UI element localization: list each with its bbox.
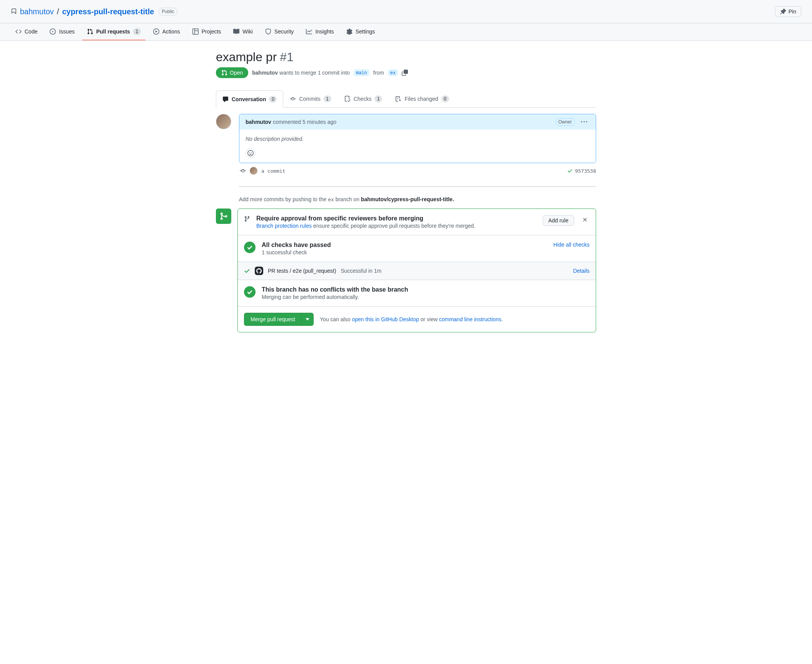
merge-pull-request-button[interactable]: Merge pull request bbox=[244, 313, 302, 326]
protection-title: Require approval from specific reviewers… bbox=[256, 215, 536, 222]
wiki-icon bbox=[233, 28, 239, 35]
nav-pull-requests[interactable]: Pull requests 1 bbox=[82, 23, 145, 40]
repo-path: bahmutov / cypress-pull-request-title Pu… bbox=[11, 7, 177, 16]
pr-author[interactable]: bahmutov bbox=[252, 70, 278, 76]
nav-actions[interactable]: Actions bbox=[149, 24, 185, 40]
comment-body: No description provided. bbox=[239, 130, 596, 148]
nav-settings[interactable]: Settings bbox=[342, 24, 380, 40]
merge-box: Require approval from specific reviewers… bbox=[237, 209, 596, 332]
commit-sha[interactable]: 9573538 bbox=[575, 168, 596, 174]
cli-instructions-link[interactable]: command line instructions bbox=[439, 316, 501, 322]
branch-protection-link[interactable]: Branch protection rules bbox=[256, 223, 312, 229]
project-icon bbox=[192, 28, 199, 35]
pull-request-icon bbox=[221, 70, 227, 76]
pin-label: Pin bbox=[789, 8, 796, 15]
check-status: Successful in 1m bbox=[341, 268, 381, 274]
check-icon[interactable] bbox=[567, 168, 573, 174]
issue-icon bbox=[50, 28, 56, 35]
check-icon bbox=[244, 268, 250, 274]
section-divider bbox=[239, 186, 596, 187]
nav-issues[interactable]: Issues bbox=[45, 24, 79, 40]
nav-code[interactable]: Code bbox=[11, 24, 42, 40]
github-actions-icon bbox=[255, 267, 263, 275]
diff-icon bbox=[395, 96, 401, 102]
comment-menu[interactable] bbox=[579, 119, 590, 125]
copy-icon[interactable] bbox=[402, 70, 408, 76]
pr-title-text: example pr bbox=[216, 50, 277, 64]
pr-number: #1 bbox=[280, 50, 294, 64]
tab-files[interactable]: Files changed 0 bbox=[389, 90, 455, 107]
commit-author-avatar[interactable] bbox=[250, 167, 257, 175]
pulls-count: 1 bbox=[133, 28, 141, 35]
graph-icon bbox=[306, 28, 312, 35]
repo-icon bbox=[11, 8, 17, 15]
conflict-summary: This branch has no conflicts with the ba… bbox=[238, 280, 596, 307]
shield-icon bbox=[265, 28, 271, 35]
hide-checks-link[interactable]: Hide all checks bbox=[553, 242, 590, 248]
success-status-icon bbox=[244, 242, 256, 253]
owner-link[interactable]: bahmutov bbox=[20, 7, 54, 16]
comment-author[interactable]: bahmutov bbox=[246, 119, 271, 125]
comment-time[interactable]: 5 minutes ago bbox=[302, 119, 336, 125]
opening-comment: bahmutov commented 5 minutes ago Owner N… bbox=[239, 114, 596, 163]
add-rule-button[interactable]: Add rule bbox=[543, 215, 574, 226]
checklist-icon bbox=[344, 96, 351, 102]
visibility-badge: Public bbox=[159, 8, 177, 15]
checks-title: All checks have passed bbox=[262, 242, 547, 249]
success-status-icon bbox=[244, 286, 256, 298]
nav-wiki[interactable]: Wiki bbox=[229, 24, 257, 40]
tab-commits[interactable]: Commits 1 bbox=[283, 90, 337, 107]
check-details-link[interactable]: Details bbox=[573, 268, 590, 274]
actions-icon bbox=[153, 28, 159, 35]
merge-icon bbox=[216, 209, 231, 224]
merge-footer: Merge pull request You can also open thi… bbox=[238, 307, 596, 332]
nav-security[interactable]: Security bbox=[261, 24, 299, 40]
push-instructions: Add more commits by pushing to the ex br… bbox=[239, 195, 596, 209]
comment-icon bbox=[222, 96, 229, 102]
code-icon bbox=[15, 28, 22, 35]
commit-icon bbox=[240, 168, 246, 174]
branch-protection-prompt: Require approval from specific reviewers… bbox=[238, 209, 596, 235]
pin-button[interactable]: Pin bbox=[775, 6, 801, 17]
merge-method-dropdown[interactable] bbox=[302, 313, 314, 326]
nav-projects[interactable]: Projects bbox=[188, 24, 226, 40]
dismiss-protection-prompt[interactable] bbox=[580, 215, 590, 224]
check-item: PR tests / e2e (pull_request) Successful… bbox=[238, 262, 596, 280]
repo-nav: Code Issues Pull requests 1 Actions Proj… bbox=[0, 23, 812, 41]
state-badge: Open bbox=[216, 67, 248, 78]
pr-tabnav: Conversation 0 Commits 1 Checks 1 Files … bbox=[216, 90, 596, 108]
branch-icon bbox=[244, 216, 250, 222]
check-name[interactable]: PR tests / e2e (pull_request) bbox=[268, 268, 336, 274]
merge-alt-text: You can also open this in GitHub Desktop… bbox=[320, 316, 503, 322]
open-in-desktop-link[interactable]: open this in GitHub Desktop bbox=[352, 316, 419, 322]
tab-conversation[interactable]: Conversation 0 bbox=[216, 90, 283, 108]
add-reaction-button[interactable] bbox=[246, 148, 256, 158]
nav-insights[interactable]: Insights bbox=[301, 24, 338, 40]
pr-meta: Open bahmutov wants to merge 1 commit in… bbox=[216, 67, 596, 84]
repo-header: bahmutov / cypress-pull-request-title Pu… bbox=[0, 0, 812, 23]
pin-icon bbox=[780, 8, 786, 15]
path-separator: / bbox=[57, 7, 59, 16]
commit-timeline-item: a commit 9573538 bbox=[239, 163, 596, 179]
base-branch[interactable]: main bbox=[354, 69, 369, 76]
pr-title: example pr #1 bbox=[216, 50, 596, 64]
commit-icon bbox=[290, 96, 296, 102]
tab-checks[interactable]: Checks 1 bbox=[338, 90, 389, 107]
checks-summary: All checks have passed 1 successful chec… bbox=[238, 235, 596, 262]
commit-message[interactable]: a commit bbox=[261, 168, 286, 174]
repo-link[interactable]: cypress-pull-request-title bbox=[62, 7, 154, 16]
head-branch[interactable]: ex bbox=[388, 69, 398, 76]
conflict-title: This branch has no conflicts with the ba… bbox=[262, 286, 408, 293]
owner-badge: Owner bbox=[555, 118, 575, 126]
gear-icon bbox=[346, 28, 353, 35]
author-avatar[interactable] bbox=[216, 114, 231, 129]
pull-request-icon bbox=[87, 28, 93, 35]
